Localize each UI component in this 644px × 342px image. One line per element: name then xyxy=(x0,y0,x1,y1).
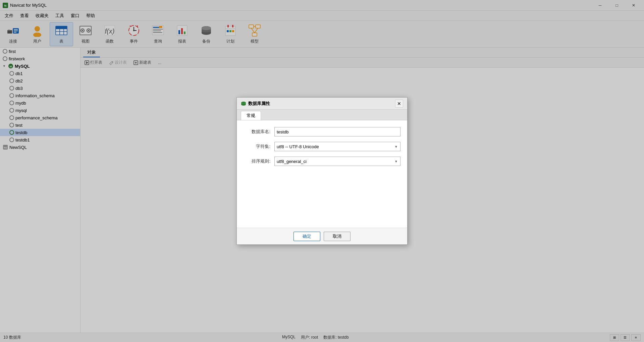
collation-select-wrapper: utf8_general_ci utf8_unicode_ci utf8_bin… xyxy=(274,157,400,166)
charset-label: 字符集: xyxy=(244,144,270,150)
modal-titlebar-left: 数据库属性 xyxy=(241,101,270,107)
modal-tab-general[interactable]: 常规 xyxy=(241,111,261,120)
form-row-collation: 排序规则: utf8_general_ci utf8_unicode_ci ut… xyxy=(244,157,400,166)
modal-titlebar: 数据库属性 ✕ xyxy=(237,98,407,110)
modal-title: 数据库属性 xyxy=(248,101,270,107)
charset-select-wrapper: utf8 -- UTF-8 Unicode utf8mb4 -- UTF-8 U… xyxy=(274,142,400,151)
confirm-button[interactable]: 确定 xyxy=(293,232,320,241)
collation-label: 排序规则: xyxy=(244,158,270,164)
modal-db-icon xyxy=(241,101,246,106)
modal-body: 数据库名: 字符集: utf8 -- UTF-8 Unicode utf8mb4… xyxy=(237,120,407,228)
svg-point-72 xyxy=(241,104,246,106)
modal-overlay: 数据库属性 ✕ 常规 数据库名: 字符集: utf8 -- UTF-8 Unic… xyxy=(0,0,644,342)
collation-select[interactable]: utf8_general_ci utf8_unicode_ci utf8_bin… xyxy=(274,157,400,166)
form-row-dbname: 数据库名: xyxy=(244,127,400,136)
charset-select[interactable]: utf8 -- UTF-8 Unicode utf8mb4 -- UTF-8 U… xyxy=(274,142,400,151)
modal-footer: 确定 取消 xyxy=(237,228,407,244)
form-row-charset: 字符集: utf8 -- UTF-8 Unicode utf8mb4 -- UT… xyxy=(244,142,400,151)
modal-tabs: 常规 xyxy=(237,110,407,120)
db-name-input[interactable] xyxy=(274,127,400,136)
database-properties-modal: 数据库属性 ✕ 常规 数据库名: 字符集: utf8 -- UTF-8 Unic… xyxy=(236,97,408,245)
modal-close-button[interactable]: ✕ xyxy=(395,100,403,108)
cancel-button[interactable]: 取消 xyxy=(324,232,351,241)
db-name-label: 数据库名: xyxy=(244,129,270,135)
